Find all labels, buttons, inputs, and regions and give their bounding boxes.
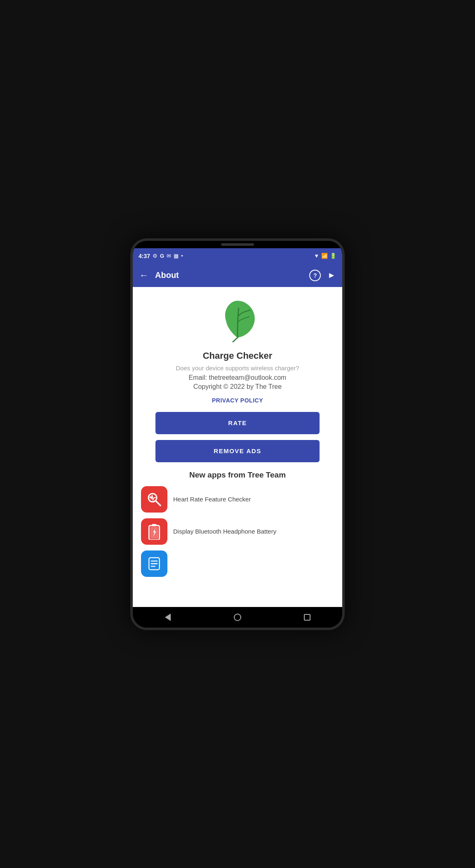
- app-name: Charge Checker: [203, 350, 273, 361]
- svg-rect-4: [150, 527, 158, 539]
- svg-rect-3: [152, 524, 157, 526]
- app-icon-blue: [141, 550, 167, 577]
- app-list: Heart Rate Feature Checker: [141, 486, 334, 583]
- phone-frame: 4:37 ⚙ G ✉ ▦ • ▼ 📶 🔋 ← About ? ►: [130, 238, 345, 630]
- status-time: 4:37: [139, 253, 150, 259]
- rate-button[interactable]: RATE: [155, 412, 320, 434]
- nav-recents-icon: [304, 614, 310, 621]
- copyright-text: Copyright © 2022 by The Tree: [193, 383, 282, 390]
- app-item-heart-rate-label: Heart Rate Feature Checker: [173, 496, 251, 503]
- status-left: 4:37 ⚙ G ✉ ▦ •: [139, 253, 183, 259]
- remove-ads-button[interactable]: REMOVE ADS: [155, 440, 320, 462]
- nav-back-button[interactable]: [162, 611, 174, 623]
- bottom-nav: [133, 607, 342, 628]
- notch-pill: [221, 243, 254, 246]
- status-bar: 4:37 ⚙ G ✉ ▦ • ▼ 📶 🔋: [133, 248, 342, 264]
- nav-home-button[interactable]: [231, 611, 244, 623]
- app-bar: ← About ? ►: [133, 264, 342, 287]
- notch-bar: [133, 241, 342, 248]
- privacy-policy-link[interactable]: PRIVACY POLICY: [212, 397, 263, 404]
- google-icon: G: [160, 253, 164, 259]
- tagline-text: Does your device supports wireless charg…: [141, 365, 334, 372]
- signal-icon: 📶: [321, 253, 328, 259]
- battery-bolt-icon: [147, 523, 162, 540]
- app-item-battery[interactable]: Display Bluetooth Headphone Battery: [141, 518, 334, 545]
- heart-search-icon: [146, 491, 162, 508]
- dot-indicator: •: [181, 253, 183, 259]
- wifi-icon: ▼: [314, 253, 319, 259]
- phone-inner: 4:37 ⚙ G ✉ ▦ • ▼ 📶 🔋 ← About ? ►: [133, 241, 342, 628]
- nav-back-icon: [165, 614, 171, 621]
- app-icon-heart-rate: [141, 486, 167, 513]
- app-item-blue[interactable]: [141, 550, 334, 577]
- status-right: ▼ 📶 🔋: [314, 253, 336, 259]
- main-content: Charge Checker Does your device supports…: [133, 287, 342, 607]
- gmail-icon: ✉: [167, 253, 171, 259]
- app-item-battery-label: Display Bluetooth Headphone Battery: [173, 528, 276, 535]
- email-text: Email: thetreeteam@outlook.com: [189, 374, 287, 381]
- app-item-heart-rate[interactable]: Heart Rate Feature Checker: [141, 486, 334, 513]
- app-icon-battery: [141, 518, 167, 545]
- app-bar-title: About: [155, 271, 309, 280]
- settings-icon: ⚙: [153, 253, 158, 259]
- app-bar-actions: ? ►: [309, 270, 336, 281]
- leaf-icon: [215, 297, 260, 342]
- back-button[interactable]: ←: [139, 270, 148, 281]
- new-apps-title: New apps from Tree Team: [141, 470, 334, 480]
- share-button[interactable]: ►: [327, 271, 336, 280]
- battery-icon: 🔋: [330, 253, 336, 259]
- help-button[interactable]: ?: [309, 270, 321, 281]
- svg-line-1: [155, 501, 160, 506]
- nav-home-icon: [234, 614, 241, 621]
- nav-recents-button[interactable]: [301, 611, 313, 623]
- sim-icon: ▦: [174, 253, 179, 259]
- app-logo: [215, 297, 260, 344]
- generic-app-icon: [147, 555, 162, 572]
